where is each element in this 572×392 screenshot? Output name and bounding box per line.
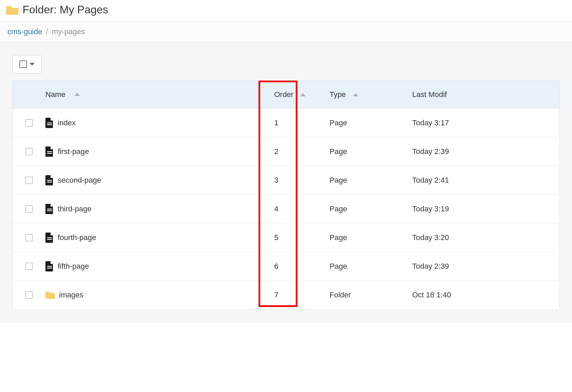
- col-header-type-label: Type: [330, 90, 346, 99]
- svg-rect-13: [47, 182, 52, 182]
- chevron-down-icon: [30, 63, 34, 66]
- row-modified: Oct 18 1:40: [412, 291, 451, 299]
- sort-asc-icon: [353, 93, 358, 96]
- row-type: Page: [330, 147, 347, 156]
- row-name[interactable]: fourth-page: [58, 233, 96, 242]
- table-row[interactable]: images7FolderOct 18 1:40: [13, 281, 559, 309]
- svg-marker-9: [51, 146, 53, 149]
- col-header-type[interactable]: Type: [321, 90, 409, 99]
- svg-marker-29: [51, 261, 53, 264]
- col-header-order[interactable]: Order: [264, 90, 321, 99]
- row-order: 6: [274, 262, 278, 270]
- row-checkbox-cell: [13, 234, 45, 241]
- row-name-cell: fifth-page: [45, 261, 264, 271]
- row-type: Folder: [330, 291, 351, 299]
- page-title: Folder: My Pages: [23, 3, 108, 16]
- col-header-order-label: Order: [274, 90, 293, 99]
- row-modified: Today 3:19: [412, 205, 449, 213]
- page-icon: [45, 233, 54, 243]
- table-row[interactable]: first-page2PageToday 2:39: [13, 137, 559, 166]
- svg-rect-23: [47, 239, 52, 240]
- row-checkbox-cell: [13, 177, 45, 184]
- svg-rect-17: [47, 209, 52, 209]
- row-checkbox[interactable]: [25, 263, 33, 270]
- row-name-cell: images: [45, 291, 264, 299]
- row-name-cell: fourth-page: [45, 233, 264, 243]
- row-order: 3: [274, 176, 278, 184]
- breadcrumb-separator: /: [44, 27, 50, 36]
- row-modified: Today 3:20: [412, 233, 449, 242]
- row-order: 1: [274, 118, 278, 127]
- col-header-modified[interactable]: Last Modif: [409, 90, 559, 99]
- row-name[interactable]: second-page: [58, 176, 101, 185]
- row-name[interactable]: fifth-page: [58, 262, 89, 271]
- row-name[interactable]: third-page: [58, 205, 92, 213]
- row-type: Page: [330, 176, 347, 184]
- row-checkbox[interactable]: [25, 291, 33, 299]
- row-type-cell: Page: [321, 118, 409, 127]
- row-order-cell: 1: [264, 118, 321, 127]
- row-order-cell: 7: [264, 291, 321, 299]
- row-order-cell: 6: [264, 262, 321, 271]
- row-order: 5: [274, 233, 278, 242]
- svg-rect-2: [47, 123, 52, 123]
- row-checkbox[interactable]: [25, 119, 33, 127]
- table-row[interactable]: third-page4PageToday 3:19: [13, 195, 559, 223]
- table-row[interactable]: fourth-page5PageToday 3:20: [13, 223, 559, 252]
- svg-marker-24: [51, 233, 53, 235]
- page-icon: [45, 261, 54, 271]
- page-icon: [45, 175, 54, 185]
- row-order: 4: [274, 205, 278, 213]
- row-checkbox[interactable]: [25, 205, 33, 213]
- row-checkbox-cell: [13, 148, 45, 155]
- row-name-cell: first-page: [45, 146, 264, 157]
- row-name-cell: third-page: [45, 204, 264, 214]
- svg-rect-12: [47, 180, 52, 181]
- row-order: 2: [274, 147, 278, 156]
- svg-marker-4: [51, 118, 53, 121]
- row-modified: Today 2:41: [412, 176, 449, 184]
- breadcrumb-root-link[interactable]: cms-guide: [8, 27, 42, 36]
- row-order: 7: [274, 291, 278, 299]
- svg-rect-3: [47, 124, 52, 125]
- svg-rect-27: [47, 266, 52, 267]
- folder-icon: [45, 291, 55, 299]
- row-name[interactable]: images: [59, 291, 83, 299]
- breadcrumb: cms-guide / my-pages: [0, 22, 572, 42]
- folder-icon: [6, 5, 18, 15]
- row-checkbox[interactable]: [25, 177, 33, 184]
- row-checkbox-cell: [13, 291, 45, 299]
- row-checkbox[interactable]: [25, 148, 33, 155]
- sort-asc-icon: [74, 93, 80, 96]
- svg-marker-19: [51, 204, 53, 207]
- row-type-cell: Page: [321, 233, 409, 242]
- row-name[interactable]: index: [58, 118, 76, 127]
- row-modified: Today 3:17: [412, 118, 449, 127]
- row-type-cell: Page: [321, 262, 409, 271]
- page-icon: [45, 204, 54, 214]
- row-type-cell: Folder: [321, 291, 409, 299]
- col-header-name[interactable]: Name: [45, 90, 264, 99]
- breadcrumb-current: my-pages: [52, 27, 85, 36]
- row-type-cell: Page: [321, 147, 409, 156]
- row-checkbox-cell: [13, 263, 45, 270]
- row-checkbox[interactable]: [25, 234, 33, 241]
- row-type: Page: [330, 205, 347, 213]
- table-row[interactable]: second-page3PageToday 2:41: [13, 166, 559, 195]
- row-modified-cell: Today 3:20: [409, 233, 559, 242]
- svg-rect-7: [47, 151, 52, 152]
- row-name-cell: index: [45, 118, 264, 128]
- table-row[interactable]: index1PageToday 3:17: [13, 109, 559, 137]
- row-order-cell: 3: [264, 176, 321, 185]
- row-name[interactable]: first-page: [58, 147, 89, 156]
- row-checkbox-cell: [13, 119, 45, 127]
- row-order-cell: 2: [264, 147, 321, 156]
- svg-rect-28: [47, 268, 52, 268]
- table-row[interactable]: fifth-page6PageToday 2:39: [13, 252, 559, 281]
- row-modified: Today 2:39: [412, 147, 449, 156]
- row-type: Page: [330, 233, 347, 242]
- row-type-cell: Page: [321, 176, 409, 185]
- select-all-dropdown[interactable]: [12, 55, 42, 73]
- row-modified: Today 2:39: [412, 262, 449, 270]
- page-icon: [45, 146, 54, 157]
